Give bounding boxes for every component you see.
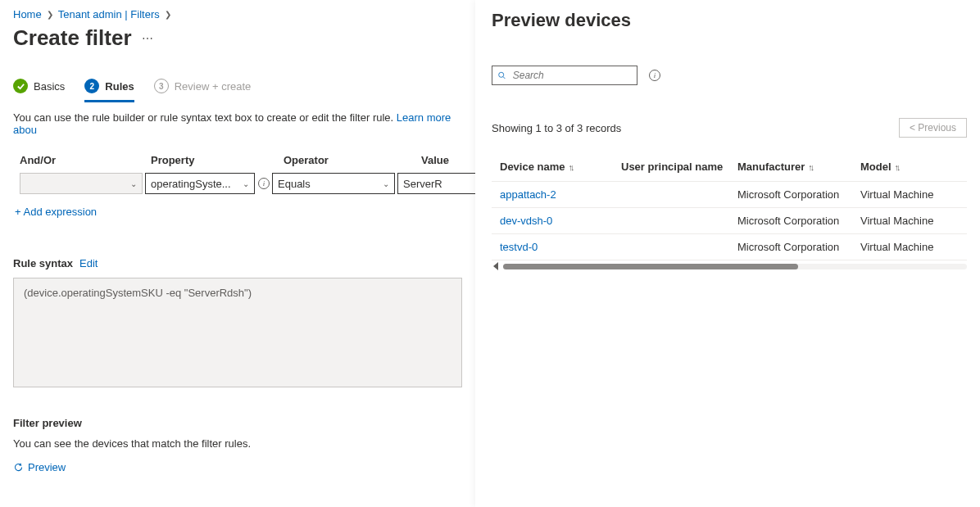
preview-link[interactable]: Preview <box>13 461 462 473</box>
device-link[interactable]: dev-vdsh-0 <box>500 215 552 227</box>
svg-line-1 <box>503 77 505 79</box>
chevron-down-icon: ⌄ <box>383 179 389 188</box>
chevron-right-icon: ❯ <box>165 10 171 19</box>
col-device-name[interactable]: Device name↑↓ <box>500 161 621 173</box>
col-upn[interactable]: User principal name <box>621 161 737 173</box>
header-value: Value <box>421 154 462 166</box>
grid-header-row: Device name↑↓ User principal name Manufa… <box>492 154 967 182</box>
rule-syntax-header: Rule syntax Edit <box>13 257 462 269</box>
scroll-left-icon[interactable] <box>493 262 498 270</box>
edit-link[interactable]: Edit <box>79 257 98 269</box>
wizard-step-rules[interactable]: 2 Rules <box>84 79 134 102</box>
cell-manufacturer: Microsoft Corporation <box>737 215 860 227</box>
value-dropdown[interactable]: ServerR <box>397 173 475 194</box>
info-icon[interactable]: i <box>258 178 270 189</box>
sort-icon: ↑↓ <box>895 162 899 172</box>
info-icon[interactable]: i <box>649 70 660 81</box>
sort-icon: ↑↓ <box>808 162 812 172</box>
previous-button[interactable]: < Previous <box>899 118 967 138</box>
page-title: Create filter <box>13 25 132 51</box>
chevron-down-icon: ⌄ <box>130 179 137 188</box>
rule-syntax-box: (device.operatingSystemSKU -eq "ServerRd… <box>13 278 462 387</box>
checkmark-icon <box>13 79 28 93</box>
cell-upn <box>621 188 737 201</box>
breadcrumb: Home ❯ Tenant admin | Filters ❯ <box>13 8 462 20</box>
cell-upn <box>621 215 737 227</box>
header-andor: And/Or <box>13 154 151 166</box>
refresh-icon <box>13 462 24 473</box>
search-input[interactable] <box>511 69 632 82</box>
wizard-steps: Basics 2 Rules 3 Review + create <box>13 79 462 93</box>
breadcrumb-tenant[interactable]: Tenant admin | Filters <box>58 8 160 20</box>
svg-point-0 <box>499 72 504 77</box>
property-dropdown[interactable]: operatingSyste... ⌄ <box>145 173 255 194</box>
cell-manufacturer: Microsoft Corporation <box>737 188 860 201</box>
col-manufacturer[interactable]: Manufacturer↑↓ <box>737 161 860 173</box>
scroll-thumb[interactable] <box>503 264 798 269</box>
wizard-label: Rules <box>105 80 134 93</box>
add-expression-link[interactable]: + Add expression <box>15 206 97 218</box>
more-actions-button[interactable]: ⋯ <box>142 32 155 45</box>
andor-dropdown[interactable]: ⌄ <box>20 173 143 194</box>
rule-builder-row: ⌄ operatingSyste... ⌄ i Equals ⌄ ServerR <box>13 173 462 194</box>
table-row: dev-vdsh-0 Microsoft Corporation Virtual… <box>492 208 967 234</box>
device-link[interactable]: appattach-2 <box>500 188 556 201</box>
chevron-right-icon: ❯ <box>47 10 53 19</box>
chevron-down-icon: ⌄ <box>243 179 249 188</box>
step-number-icon: 2 <box>84 79 99 93</box>
search-input-wrapper[interactable] <box>492 66 637 85</box>
description-text: You can use the rule builder or rule syn… <box>13 111 462 136</box>
devices-grid: Device name↑↓ User principal name Manufa… <box>492 154 967 272</box>
filter-preview-header: Filter preview <box>13 417 462 429</box>
table-row: testvd-0 Microsoft Corporation Virtual M… <box>492 234 967 260</box>
table-row: appattach-2 Microsoft Corporation Virtua… <box>492 182 967 208</box>
header-property: Property <box>151 154 284 166</box>
preview-devices-title: Preview devices <box>492 10 967 31</box>
cell-manufacturer: Microsoft Corporation <box>737 241 860 253</box>
step-number-icon: 3 <box>154 79 169 93</box>
wizard-step-review[interactable]: 3 Review + create <box>154 79 252 93</box>
col-model[interactable]: Model↑↓ <box>860 161 959 173</box>
wizard-step-basics[interactable]: Basics <box>13 79 65 93</box>
records-count-text: Showing 1 to 3 of 3 records <box>492 122 621 134</box>
rule-builder-header: And/Or Property Operator Value <box>13 154 462 166</box>
wizard-label: Review + create <box>175 80 252 93</box>
search-icon <box>497 70 506 80</box>
header-operator: Operator <box>284 154 421 166</box>
filter-preview-desc: You can see the devices that match the f… <box>13 437 462 450</box>
cell-upn <box>621 241 737 253</box>
operator-dropdown[interactable]: Equals ⌄ <box>272 173 395 194</box>
device-link[interactable]: testvd-0 <box>500 241 538 253</box>
cell-model: Virtual Machine <box>860 215 959 227</box>
sort-icon: ↑↓ <box>569 162 573 172</box>
wizard-label: Basics <box>34 80 65 93</box>
horizontal-scrollbar[interactable] <box>492 262 967 272</box>
cell-model: Virtual Machine <box>860 188 959 201</box>
cell-model: Virtual Machine <box>860 241 959 253</box>
breadcrumb-home[interactable]: Home <box>13 8 42 20</box>
